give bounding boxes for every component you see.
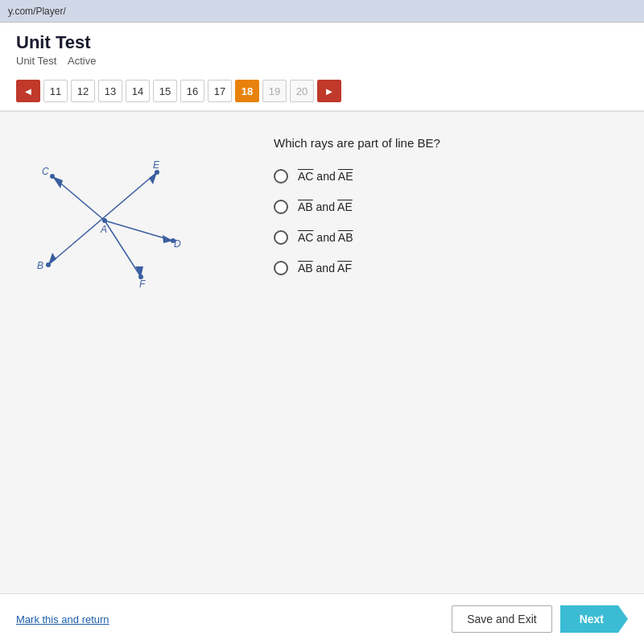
browser-bar: y.com/Player/ <box>0 0 644 23</box>
main-container: Unit Test Unit Test Active ◄ 11 12 13 14… <box>0 23 644 644</box>
svg-point-10 <box>46 262 51 267</box>
footer: Mark this and return Save and Exit Next <box>0 593 644 644</box>
svg-line-5 <box>105 221 173 241</box>
svg-point-9 <box>102 218 107 223</box>
mark-return-link[interactable]: Mark this and return <box>16 613 109 625</box>
browser-url: y.com/Player/ <box>8 6 66 17</box>
radio-option-1[interactable] <box>274 169 288 184</box>
footer-buttons: Save and Exit Next <box>452 605 628 633</box>
content-area: A B E C D F Which rays are part of line … <box>0 112 644 369</box>
header: Unit Test Unit Test Active ◄ 11 12 13 14… <box>0 23 644 112</box>
page-12-button[interactable]: 12 <box>71 80 95 102</box>
page-title: Unit Test <box>16 32 628 53</box>
page-16-button[interactable]: 16 <box>180 80 204 102</box>
page-13-button[interactable]: 13 <box>98 80 122 102</box>
question-panel: Which rays are part of line BE? AC and A… <box>258 128 628 353</box>
option-3-text: AC and AB <box>298 231 353 244</box>
option-2-text: AB and AE <box>298 200 353 213</box>
option-3[interactable]: AC and AB <box>274 230 628 245</box>
save-exit-button[interactable]: Save and Exit <box>452 605 551 633</box>
radio-option-2[interactable] <box>274 200 288 214</box>
page-20-button[interactable]: 20 <box>290 80 314 102</box>
option-1-text: AC and AE <box>298 170 353 183</box>
option-4-text: AB and AF <box>298 262 352 275</box>
next-page-button[interactable]: ► <box>317 80 341 102</box>
page-18-button[interactable]: 18 <box>235 80 259 102</box>
svg-text:B: B <box>37 260 43 271</box>
page-11-button[interactable]: 11 <box>43 80 68 102</box>
svg-text:D: D <box>174 238 181 250</box>
diagram-panel: A B E C D F <box>16 128 242 353</box>
prev-page-button[interactable]: ◄ <box>16 80 40 102</box>
page-14-button[interactable]: 14 <box>126 80 150 102</box>
radio-option-4[interactable] <box>274 261 288 275</box>
radio-option-3[interactable] <box>274 230 288 245</box>
next-button[interactable]: Next <box>560 605 628 633</box>
page-17-button[interactable]: 17 <box>208 80 232 102</box>
svg-text:A: A <box>100 224 107 235</box>
svg-text:E: E <box>153 159 160 171</box>
svg-text:F: F <box>139 279 146 290</box>
header-subtitle: Unit Test Active <box>16 55 628 67</box>
pagination-bar: ◄ 11 12 13 14 15 16 17 18 19 20 ► <box>16 73 628 110</box>
option-4[interactable]: AB and AF <box>274 261 628 275</box>
spacer <box>0 369 644 593</box>
option-1[interactable]: AC and AE <box>274 169 628 184</box>
question-text: Which rays are part of line BE? <box>274 136 628 150</box>
svg-point-12 <box>50 174 55 179</box>
option-2[interactable]: AB and AE <box>274 200 628 214</box>
subtitle-label: Unit Test <box>16 55 56 67</box>
svg-text:C: C <box>42 166 49 177</box>
page-19-button[interactable]: 19 <box>262 80 287 102</box>
page-15-button[interactable]: 15 <box>153 80 177 102</box>
status-badge: Active <box>68 55 96 67</box>
geometry-diagram: A B E C D F <box>16 128 209 305</box>
